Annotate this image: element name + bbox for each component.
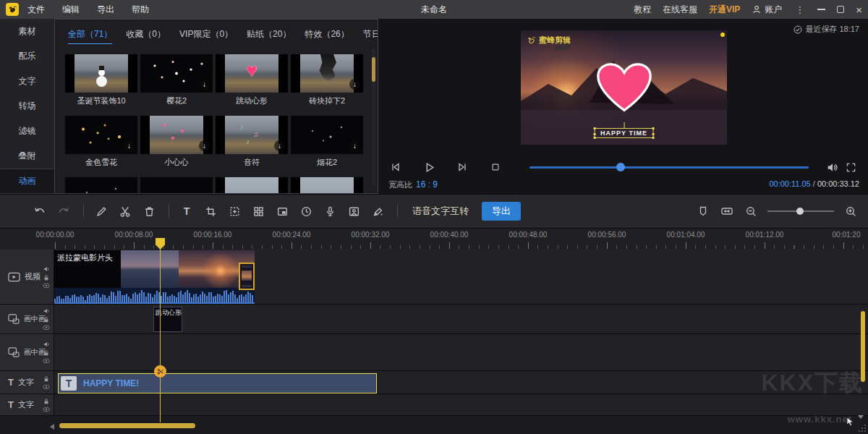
style-brush-button[interactable] [370,204,385,218]
account-button[interactable]: 账户 [752,4,782,16]
split-scissors-button[interactable] [118,204,132,218]
track-lane-text-1[interactable]: T HAPPY TIME! [54,371,868,393]
menu-help[interactable]: 帮助 [132,4,149,16]
video-clip[interactable]: 派拉蒙电影片头 [54,250,255,304]
lock-icon[interactable] [43,375,49,382]
sidebar-item-music[interactable]: 配乐 [0,44,54,69]
aspect-ratio[interactable]: 宽高比16 : 9 [388,179,438,190]
undo-button[interactable] [33,204,47,218]
app-logo-bee-icon[interactable] [6,3,19,16]
track-lane-text-2[interactable] [54,394,868,415]
crop-button[interactable] [203,204,218,218]
download-icon[interactable]: ↓ [349,79,360,90]
pip-clip[interactable]: 跳动心形 [153,307,182,332]
more-menu-icon[interactable]: ⋮ [793,4,806,15]
download-icon[interactable]: ↓ [199,140,210,151]
menu-file[interactable]: 文件 [27,4,45,16]
track-header-video[interactable]: 视频 [0,250,54,304]
lock-icon[interactable] [43,398,49,404]
sidebar-item-overlay[interactable]: 叠附 [0,144,54,169]
download-icon[interactable]: ↓ [199,79,210,90]
zoom-slider-thumb[interactable] [796,208,804,215]
pip-overlay-button[interactable] [275,204,289,218]
text-overlay-selected[interactable]: HAPPY TIME [594,128,654,138]
sidebar-item-media[interactable]: 素材 [0,19,54,44]
zoom-out-button[interactable] [744,204,758,218]
download-icon[interactable]: ↓ [274,140,285,151]
material-item[interactable]: ♪♫♪ ↓ 音符 [216,116,288,168]
material-item[interactable]: ↓ 烟花2 [291,116,363,168]
tutorial-link[interactable]: 教程 [634,4,651,16]
minimize-button[interactable] [817,9,825,10]
track-lane-video[interactable]: 派拉蒙电影片头 [54,250,868,304]
scroll-down-arrow[interactable] [858,415,864,419]
lock-icon[interactable] [43,274,49,281]
freeze-frame-button[interactable] [227,204,242,218]
timeline-horizontal-scrollbar[interactable] [59,423,195,428]
material-item[interactable]: 圣诞节装饰10 [65,54,137,106]
menu-export[interactable]: 导出 [97,4,114,16]
mosaic-button[interactable] [251,204,265,218]
mute-icon[interactable] [43,265,50,272]
track-header-pip-2[interactable]: 画中画 [0,334,54,370]
material-item[interactable] [140,177,213,194]
fullscreen-icon[interactable] [843,160,858,174]
track-header-pip-1[interactable]: 画中画 [0,305,54,333]
lock-icon[interactable] [43,350,49,357]
menu-edit[interactable]: 编辑 [62,4,80,16]
material-item[interactable]: ♥♥♥ ↓ 小心心 [140,116,213,168]
materials-scrollbar-thumb[interactable] [372,57,375,82]
duration-clock-button[interactable] [299,204,313,218]
sidebar-item-transition[interactable]: 转场 [0,94,54,119]
tab-all[interactable]: 全部（71） [68,28,112,44]
play-button[interactable] [422,160,436,174]
track-lane-pip-2[interactable] [54,334,868,370]
mute-icon[interactable] [43,308,50,315]
materials-scrollbar[interactable] [372,48,375,186]
timeline-vertical-scrollbar[interactable] [861,311,865,382]
heart-overlay[interactable] [595,62,653,113]
tab-effects[interactable]: 特效（26） [305,28,349,44]
tab-favorites[interactable]: 收藏（0） [126,28,166,44]
online-support-link[interactable]: 在线客服 [663,4,697,16]
timeline-zoom-slider[interactable] [767,210,834,212]
clip-effect-marker[interactable] [239,263,255,290]
volume-icon[interactable] [825,160,839,174]
download-icon[interactable]: ↓ [124,140,135,151]
mute-icon[interactable] [43,341,50,348]
material-item[interactable] [291,177,363,194]
stop-button[interactable] [488,160,503,174]
track-lane-pip-1[interactable]: 跳动心形 [54,305,868,333]
next-frame-button[interactable] [455,160,469,174]
playhead-line[interactable] [160,238,161,422]
progress-thumb[interactable] [616,163,625,171]
speech-to-text-button[interactable]: 语音文字互转 [412,205,469,218]
redo-button[interactable] [56,204,71,218]
sidebar-item-text[interactable]: 文字 [0,69,54,94]
maximize-button[interactable] [837,6,844,13]
playback-progress-slider[interactable] [529,166,809,169]
sidebar-item-animation[interactable]: 动画 [0,169,54,194]
edit-pencil-button[interactable] [94,204,109,218]
visibility-eye-icon[interactable] [43,384,50,389]
vip-upgrade-link[interactable]: 开通VIP [709,4,740,16]
marker-button[interactable] [696,204,710,218]
record-mic-button[interactable] [323,204,337,218]
close-button[interactable]: × [856,4,862,15]
timeline-ruler[interactable]: 00:00:00.00 00:00:08.00 00:00:16.00 00:0… [0,229,868,250]
previous-frame-button[interactable] [388,160,403,174]
track-header-text-1[interactable]: T 文字 [0,371,54,393]
text-clip-selected[interactable]: T HAPPY TIME! [58,373,377,393]
visibility-eye-icon[interactable] [43,326,50,331]
material-item[interactable]: ↓ 砖块掉下2 [291,54,363,106]
zoom-in-button[interactable] [843,204,858,218]
video-preview[interactable]: 蜜蜂剪辑 HAPPY TIME [521,30,727,145]
sidebar-item-filter[interactable]: 滤镜 [0,119,54,144]
track-header-text-2[interactable]: T 文字 [0,394,54,415]
material-item[interactable] [65,177,137,194]
material-item[interactable]: ↓ 金色雪花 [65,116,137,168]
portrait-button[interactable] [346,204,361,218]
fit-timeline-button[interactable] [720,204,734,218]
material-item[interactable]: ♥ 跳动心形 [216,54,288,106]
selection-handle[interactable] [720,33,725,37]
